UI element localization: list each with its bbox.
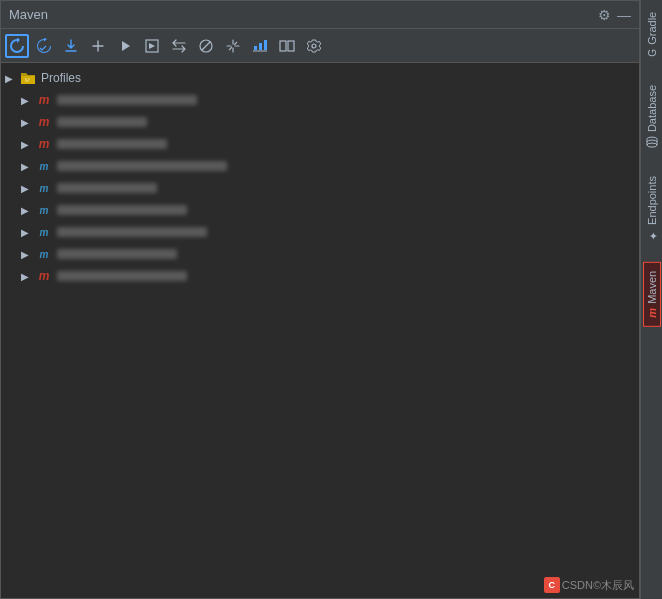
endpoints-label: Endpoints	[646, 176, 658, 225]
maven-icon: m	[35, 92, 53, 108]
execute-button[interactable]	[140, 34, 164, 58]
maven-submod-icon: m	[35, 202, 53, 218]
gradle-label: Gradle	[646, 12, 658, 45]
svg-point-4	[647, 143, 657, 147]
maven-icon: m	[35, 114, 53, 130]
endpoints-icon: ✦	[645, 229, 658, 242]
chevron-icon: ▶	[21, 117, 35, 128]
tree-item[interactable]: ▶ m	[1, 199, 639, 221]
tree-item-label	[57, 249, 177, 259]
maven-label: Maven	[646, 271, 658, 304]
watermark: C CSDN©木辰风	[544, 577, 634, 593]
toolbar	[1, 29, 639, 63]
tree-item[interactable]: ▶ m	[1, 177, 639, 199]
window-title: Maven	[9, 7, 48, 22]
database-icon	[646, 136, 658, 148]
maven-sidebar-icon: m	[646, 308, 658, 318]
maven-submod-icon: m	[35, 246, 53, 262]
svg-rect-2	[280, 41, 286, 51]
tree-item-label	[57, 161, 227, 171]
chart-button[interactable]	[248, 34, 272, 58]
tree-item[interactable]: ▶ m	[1, 89, 639, 111]
lifecycle-button[interactable]	[221, 34, 245, 58]
sidebar-tab-database[interactable]: Database	[644, 77, 660, 156]
chevron-icon: ▶	[5, 73, 19, 84]
run-button[interactable]	[113, 34, 137, 58]
chevron-icon: ▶	[21, 95, 35, 106]
settings-button[interactable]	[302, 34, 326, 58]
profiles-folder-icon	[19, 70, 37, 86]
tree-item-label	[57, 205, 187, 215]
profiles-label: Profiles	[41, 71, 635, 85]
sidebar-tab-endpoints[interactable]: ✦ Endpoints	[643, 168, 660, 250]
skip-button[interactable]	[194, 34, 218, 58]
columns-button[interactable]	[275, 34, 299, 58]
refresh-button[interactable]	[5, 34, 29, 58]
tree-item[interactable]: ▶ m	[1, 155, 639, 177]
chevron-icon: ▶	[21, 161, 35, 172]
title-bar: Maven ⚙ —	[1, 1, 639, 29]
svg-rect-3	[288, 41, 294, 51]
download-button[interactable]	[59, 34, 83, 58]
watermark-text: CSDN©木辰风	[562, 578, 634, 593]
sidebar-tab-maven[interactable]: m Maven	[643, 262, 661, 327]
database-label: Database	[646, 85, 658, 132]
content-area: ▶ Profiles ▶ m ▶ m ▶ m	[1, 63, 639, 598]
maven-submod-icon: m	[35, 158, 53, 174]
toggle-button[interactable]	[167, 34, 191, 58]
tree-item[interactable]: ▶ m	[1, 133, 639, 155]
chevron-icon: ▶	[21, 249, 35, 260]
maven-icon: m	[35, 268, 53, 284]
tree-item-label	[57, 117, 147, 127]
tree-item-label	[57, 227, 207, 237]
gradle-icon: G	[646, 49, 657, 57]
profiles-tree-root[interactable]: ▶ Profiles	[1, 67, 639, 89]
chevron-icon: ▶	[21, 183, 35, 194]
title-bar-actions: ⚙ —	[598, 7, 631, 23]
csdn-icon: C	[544, 577, 560, 593]
tree-item-label	[57, 95, 197, 105]
chevron-icon: ▶	[21, 227, 35, 238]
tree-item[interactable]: ▶ m	[1, 265, 639, 287]
add-button[interactable]	[86, 34, 110, 58]
maven-submod-icon: m	[35, 180, 53, 196]
maven-submod-icon: m	[35, 224, 53, 240]
tree-item[interactable]: ▶ m	[1, 221, 639, 243]
minimize-icon[interactable]: —	[617, 7, 631, 23]
tree-item[interactable]: ▶ m	[1, 243, 639, 265]
right-sidebar: G Gradle Database ✦ Endpoints m Maven	[640, 0, 662, 599]
tree-item-label	[57, 139, 167, 149]
reimport-button[interactable]	[32, 34, 56, 58]
gear-icon[interactable]: ⚙	[598, 7, 611, 23]
tree-item-label	[57, 183, 157, 193]
sidebar-tab-gradle[interactable]: G Gradle	[644, 4, 660, 65]
tree-item[interactable]: ▶ m	[1, 111, 639, 133]
chevron-icon: ▶	[21, 271, 35, 282]
chevron-icon: ▶	[21, 205, 35, 216]
tree-item-label	[57, 271, 187, 281]
maven-icon: m	[35, 136, 53, 152]
chevron-icon: ▶	[21, 139, 35, 150]
